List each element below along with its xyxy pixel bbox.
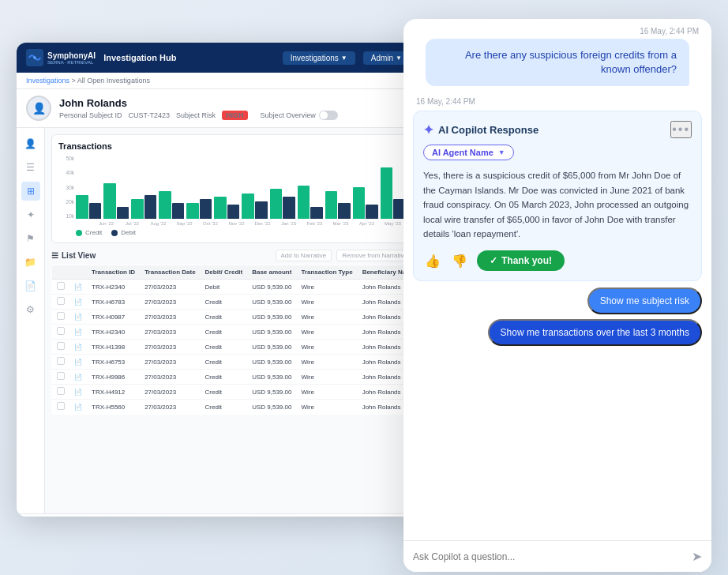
row-debit-credit: Credit — [201, 295, 248, 310]
row-transaction-type: Wire — [296, 385, 357, 400]
row-checkbox[interactable] — [57, 312, 65, 320]
bar-debit-9 — [338, 203, 351, 219]
row-debit-credit: Credit — [201, 370, 248, 385]
toggle-switch[interactable] — [319, 111, 338, 120]
thumbs-down-btn[interactable]: 👎 — [450, 252, 469, 270]
copilot-input-area: ➤ — [403, 540, 711, 572]
bar-group-9 — [325, 191, 351, 219]
bar-credit-1 — [103, 183, 116, 219]
row-transaction-id: TRX-H9986 — [87, 370, 140, 385]
table-row: 📄 TRX-H6753 27/03/2023 Credit USD 9,539.… — [52, 355, 420, 370]
subject-header: 👤 John Rolands Personal Subject ID CUST-… — [17, 89, 419, 128]
breadcrumb: Investigations > All Open Investigations — [17, 73, 419, 89]
row-checkbox[interactable] — [57, 372, 65, 380]
row-base-amount: USD 9,539.00 — [247, 340, 296, 355]
sidebar-icon-flag[interactable]: ⚑ — [21, 229, 40, 248]
row-checkbox[interactable] — [57, 327, 65, 335]
row-debit-credit: Credit — [201, 340, 248, 355]
ai-response-header: ✦ AI Copilot Response ••• — [423, 121, 692, 138]
investigations-btn[interactable]: Investigations ▼ — [283, 51, 355, 65]
thumbs-up-btn[interactable]: 👍 — [423, 252, 442, 270]
col-base-amount: Base amount — [247, 265, 296, 280]
more-options-btn[interactable]: ••• — [670, 121, 692, 138]
row-transaction-type: Wire — [296, 310, 357, 325]
row-document-icon: 📄 — [74, 284, 82, 291]
x-label-7: Jan '23 — [276, 221, 302, 226]
chip-subject-risk[interactable]: Show me subject risk — [587, 288, 702, 314]
row-debit-credit: Credit — [201, 325, 248, 340]
bar-group-0 — [76, 195, 101, 219]
sidebar-icon-profile[interactable]: 👤 — [21, 134, 40, 153]
x-label-8: Feb '23 — [302, 221, 328, 226]
sidebar-icon-transactions[interactable]: ⊞ — [21, 182, 40, 201]
chip-transactions[interactable]: Show me transactions over the last 3 mon… — [488, 319, 702, 346]
table-row: 📄 TRX-H9986 27/03/2023 Credit USD 9,539.… — [52, 370, 420, 385]
breadcrumb-link[interactable]: Investigations — [26, 77, 69, 85]
bar-credit-11 — [381, 167, 393, 219]
ai-response-text: Yes, there is a suspicious credit of $65… — [423, 168, 692, 241]
row-checkbox[interactable] — [57, 342, 65, 350]
row-checkbox-cell — [52, 295, 70, 310]
copilot-input[interactable] — [413, 551, 685, 562]
nav-bar: SymphonyAI SERNA · RETRIEVAL Investigati… — [17, 43, 419, 73]
chevron-down-icon: ▼ — [396, 54, 402, 62]
row-transaction-type: Wire — [296, 325, 357, 340]
transactions-chart: Transactions 50k 40k 30k 20k 10k — [51, 134, 413, 243]
sidebar-icon-network[interactable]: ✦ — [21, 205, 40, 224]
x-label-9: Mar '23 — [328, 221, 354, 226]
row-transaction-id: TRX-H1398 — [87, 340, 140, 355]
send-button[interactable]: ➤ — [692, 549, 702, 564]
list-actions: Add to Narrative Remove from Narrative — [276, 250, 414, 261]
agent-name-dropdown[interactable]: AI Agent Name ▼ — [423, 145, 514, 160]
bar-group-4 — [186, 199, 212, 219]
row-checkbox[interactable] — [57, 402, 65, 410]
row-debit-credit: Credit — [201, 400, 248, 415]
debit-dot — [111, 230, 118, 236]
bar-debit-7 — [283, 197, 295, 219]
row-checkbox[interactable] — [57, 357, 65, 365]
x-label-4: Oct '22 — [197, 221, 223, 226]
y-label-50k: 50k — [58, 156, 74, 161]
logo-sub: SERNA · RETRIEVAL — [47, 60, 96, 65]
col-row-icon — [69, 265, 87, 280]
x-label-1: Jul '22 — [119, 221, 145, 226]
remove-from-narrative-btn[interactable]: Remove from Narrative — [336, 250, 413, 261]
bar-credit-4 — [186, 203, 199, 219]
bar-group-10 — [353, 187, 378, 219]
ai-response-title: ✦ AI Copilot Response — [423, 122, 538, 137]
bar-group-6 — [242, 194, 267, 219]
list-view-section: ☰ List View Add to Narrative Remove from… — [51, 250, 413, 415]
bar-debit-2 — [144, 195, 157, 219]
col-checkbox — [52, 265, 70, 280]
col-debit-credit: Debit/ Credit — [201, 265, 248, 280]
add-to-narrative-btn[interactable]: Add to Narrative — [276, 250, 332, 261]
main-scene: SymphonyAI SERNA · RETRIEVAL Investigati… — [17, 19, 711, 556]
sidebar: 👤 ☰ ⊞ ✦ ⚑ 📁 📄 ⚙ — [17, 128, 45, 513]
bar-debit-3 — [172, 203, 185, 219]
legend-debit-label: Debit — [121, 229, 136, 236]
sidebar-icon-list[interactable]: ☰ — [21, 158, 40, 177]
chart-legend: Credit Debit — [76, 229, 406, 236]
row-icon-cell: 📄 — [69, 370, 87, 385]
row-transaction-date: 27/03/2023 — [140, 310, 200, 325]
y-label-30k: 30k — [58, 185, 74, 190]
quick-chips: Show me subject risk Show me transaction… — [403, 288, 711, 346]
row-checkbox[interactable] — [57, 387, 65, 395]
disclaimer: Generated by AI Disclaimer ℹ — [17, 513, 419, 517]
bar-credit-7 — [270, 189, 283, 219]
row-checkbox[interactable] — [57, 282, 65, 290]
table-row: 📄 TRX-H0987 27/03/2023 Credit USD 9,539.… — [52, 310, 420, 325]
subject-overview-toggle[interactable]: Subject Overview — [261, 111, 338, 120]
sidebar-icon-settings[interactable]: ⚙ — [21, 300, 40, 319]
thank-you-btn[interactable]: ✓ Thank you! — [477, 250, 565, 271]
sidebar-icon-document[interactable]: 📄 — [21, 276, 40, 295]
bar-group-8 — [298, 186, 323, 219]
row-checkbox-cell — [52, 385, 70, 400]
subject-name: John Rolands — [59, 97, 338, 109]
sidebar-icon-folder[interactable]: 📁 — [21, 253, 40, 272]
bar-group-2 — [131, 195, 156, 219]
sparkle-icon: ✦ — [423, 122, 433, 137]
row-checkbox-cell — [52, 310, 70, 325]
row-icon-cell: 📄 — [69, 295, 87, 310]
row-checkbox[interactable] — [57, 297, 65, 305]
